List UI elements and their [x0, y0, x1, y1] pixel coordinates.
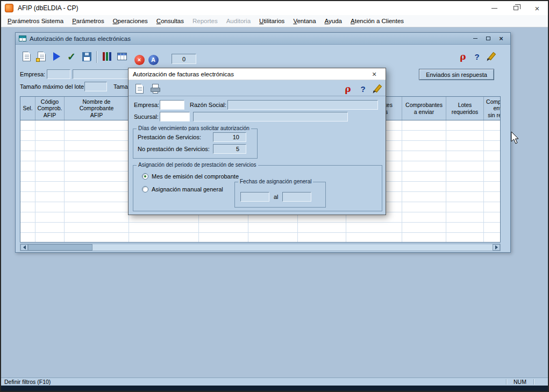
close-button[interactable]: × — [526, 1, 548, 15]
sucursal-name-input[interactable] — [193, 112, 348, 122]
scroll-right-button[interactable] — [493, 244, 500, 251]
num-lock-indicator: NUM — [507, 379, 533, 385]
phone-support-icon: ρ — [345, 83, 351, 94]
scrollbar-thumb[interactable] — [28, 244, 92, 251]
razon-social-input[interactable] — [227, 100, 378, 110]
al-label: al — [274, 194, 279, 200]
radio-selected-icon — [142, 173, 148, 180]
table-cell — [446, 192, 484, 202]
window-title: AFIP (dbELDIA - CP) — [18, 4, 78, 12]
table-cell — [446, 161, 484, 171]
menu-parametros-sistema[interactable]: Parámetros Sistema — [3, 16, 68, 26]
child-close-button[interactable]: × — [496, 34, 506, 42]
menu-reportes: Reportes — [188, 16, 222, 26]
table-cell — [65, 192, 129, 202]
fecha-desde-input[interactable] — [240, 192, 269, 202]
application-window: AFIP (dbELDIA - CP) × Parámetros Sistema… — [0, 0, 549, 392]
table-cell — [20, 223, 35, 232]
horizontal-scrollbar[interactable] — [20, 244, 501, 251]
no-prestacion-input[interactable]: 5 — [213, 144, 246, 154]
table-cell — [65, 233, 129, 243]
status-separator — [533, 379, 534, 384]
table-cell — [298, 233, 346, 243]
dialog-help-button[interactable]: ? — [357, 82, 369, 95]
table-cell — [20, 120, 35, 130]
table-cell — [346, 223, 402, 232]
pencil-icon — [486, 52, 496, 61]
dialog-edit-button[interactable] — [370, 82, 383, 95]
dialog-close-button[interactable]: × — [367, 69, 381, 79]
tamano-lote-input[interactable] — [84, 82, 107, 91]
table-cell — [402, 212, 446, 222]
validate-button[interactable]: ✓ — [65, 50, 78, 63]
minimize-icon — [491, 8, 497, 9]
table-cell — [446, 223, 484, 232]
child-minimize-button[interactable] — [470, 34, 480, 42]
menu-ayuda[interactable]: Ayuda — [320, 16, 346, 26]
menu-ventana[interactable]: Ventana — [289, 16, 320, 26]
edit-notes-button[interactable] — [484, 50, 497, 63]
radio-mes-emision[interactable]: Mes de emisión del comprobante — [142, 173, 239, 180]
sucursal-input[interactable] — [160, 112, 190, 122]
properties-button[interactable] — [35, 50, 48, 63]
table-row[interactable] — [20, 233, 501, 243]
table-cell — [20, 212, 35, 222]
dialog-new-button[interactable] — [133, 82, 146, 95]
table-row[interactable] — [20, 223, 501, 233]
table-cell — [402, 202, 446, 212]
child-maximize-button[interactable] — [483, 34, 493, 42]
table-cell — [65, 161, 129, 171]
help-button[interactable]: ? — [470, 50, 483, 63]
dialog-support-button[interactable]: ρ — [341, 82, 354, 95]
child-window-icon — [19, 35, 26, 41]
window-bottom-edge — [1, 386, 548, 391]
dialog-empresa-label: Empresa: — [134, 102, 159, 108]
child-toolbar: ✓ × A 0 ρ ? — [16, 46, 510, 69]
dialog-title: Autorización de facturas electrónicas — [133, 71, 234, 77]
fecha-hasta-input[interactable] — [282, 192, 311, 202]
table-cell — [65, 182, 129, 191]
dialog-titlebar[interactable]: Autorización de facturas electrónicas × — [129, 68, 386, 80]
support-button[interactable]: ρ — [457, 50, 469, 63]
table-cell — [298, 223, 346, 232]
save-button[interactable] — [80, 50, 93, 63]
table-cell — [35, 161, 65, 171]
table-cell — [20, 161, 35, 171]
minimize-icon — [473, 38, 477, 39]
grid-view-button[interactable] — [116, 50, 129, 63]
arrow-right-icon — [495, 245, 498, 250]
menu-utilitarios[interactable]: Utilitarios — [255, 16, 289, 26]
dialog-print-button[interactable] — [149, 82, 162, 95]
authorize-button[interactable]: A — [147, 53, 160, 66]
new-button[interactable] — [20, 50, 33, 63]
table-cell — [402, 141, 446, 151]
column-header: Código Comprob. AFIP — [35, 97, 65, 120]
menu-operaciones[interactable]: Operaciones — [109, 16, 152, 26]
minimize-button[interactable] — [483, 1, 505, 15]
cancel-icon: × — [134, 55, 145, 65]
enviados-sin-respuesta-button[interactable]: Enviados sin respuesta — [419, 69, 494, 80]
table-cell — [402, 233, 446, 243]
child-titlebar[interactable]: Autorización de facturas electrónicas × — [16, 33, 510, 45]
dialog-empresa-input[interactable] — [160, 100, 184, 110]
cancel-button[interactable]: × — [133, 53, 146, 66]
lote-counter-field[interactable]: 0 — [172, 54, 196, 64]
table-cell — [484, 233, 501, 243]
menu-consultas[interactable]: Consultas — [152, 16, 188, 26]
lots-button[interactable] — [101, 50, 113, 63]
close-icon: × — [535, 4, 540, 12]
save-icon — [82, 52, 91, 61]
scroll-left-button[interactable] — [20, 244, 28, 251]
mouse-cursor — [511, 131, 521, 145]
menu-parametros[interactable]: Parámetros — [68, 16, 108, 26]
restore-button[interactable] — [505, 1, 526, 15]
empresa-code-input[interactable] — [47, 69, 70, 79]
menu-atencion-clientes[interactable]: Atención a Clientes — [346, 16, 408, 26]
razon-social-label: Razón Social: — [190, 102, 226, 108]
run-button[interactable] — [50, 50, 63, 63]
table-cell — [35, 131, 65, 140]
scrollbar-track[interactable] — [92, 244, 493, 251]
bars-icon — [103, 52, 111, 61]
prestacion-input[interactable]: 10 — [213, 132, 246, 142]
radio-asignacion-manual[interactable]: Asignación manual general — [142, 186, 223, 193]
